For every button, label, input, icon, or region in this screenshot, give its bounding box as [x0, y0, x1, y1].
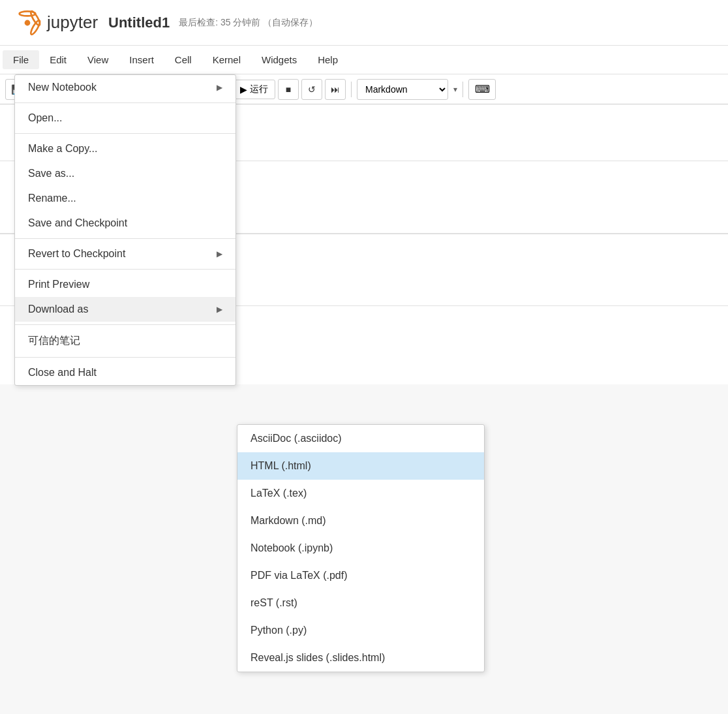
menu-edit[interactable]: Edit	[39, 50, 77, 69]
menu-trusted-notebook[interactable]: 可信的笔记	[15, 328, 235, 354]
sep-after-download	[15, 324, 235, 325]
sep-after-trusted	[15, 357, 235, 358]
download-as-arrow: ▶	[217, 305, 222, 314]
sep-after-open	[15, 133, 235, 134]
menu-widgets[interactable]: Widgets	[251, 50, 307, 69]
revert-checkpoint-label: Revert to Checkpoint	[28, 248, 125, 260]
jupyter-logo-icon	[13, 8, 42, 37]
submenu-asciidoc[interactable]: AsciiDoc (.asciidoc)	[237, 425, 484, 452]
submenu-python[interactable]: Python (.py)	[237, 617, 484, 644]
run-button[interactable]: ▶ 运行	[233, 80, 275, 99]
cell-type-arrow: ▾	[453, 85, 457, 94]
latex-label: LaTeX (.tex)	[250, 488, 307, 499]
sep-after-revert	[15, 269, 235, 270]
save-as-label: Save as...	[28, 168, 74, 179]
menu-revert-checkpoint[interactable]: Revert to Checkpoint ▶	[15, 241, 235, 266]
menu-close-halt[interactable]: Close and Halt	[15, 360, 235, 385]
autosave-info: 最后检查: 35 分钟前 （自动保存）	[179, 17, 318, 29]
menu-help[interactable]: Help	[307, 50, 348, 69]
new-notebook-arrow: ▶	[217, 83, 222, 92]
menubar: File Edit View Insert Cell Kernel Widget…	[0, 46, 728, 74]
restart-run-all-button[interactable]: ⏭	[325, 79, 346, 100]
close-halt-label: Close and Halt	[28, 367, 97, 379]
markdown-label: Markdown (.md)	[250, 515, 326, 526]
toolbar-sep-6	[463, 82, 463, 97]
svg-point-3	[25, 20, 31, 25]
menu-kernel[interactable]: Kernel	[202, 50, 251, 69]
menu-save-checkpoint[interactable]: Save and Checkpoint	[15, 211, 235, 236]
menu-download-as[interactable]: Download as ▶	[15, 297, 235, 322]
notebook-title[interactable]: Untitled1	[108, 14, 170, 31]
run-label: 运行	[250, 84, 268, 95]
sep-after-new	[15, 102, 235, 103]
keyboard-shortcuts-button[interactable]: ⌨	[468, 79, 496, 100]
menu-new-notebook[interactable]: New Notebook ▶	[15, 75, 235, 100]
submenu-pdf-latex[interactable]: PDF via LaTeX (.pdf)	[237, 562, 484, 589]
submenu-rest[interactable]: reST (.rst)	[237, 589, 484, 617]
submenu-html[interactable]: HTML (.html)	[237, 452, 484, 480]
menu-view[interactable]: View	[77, 50, 119, 69]
menu-open[interactable]: Open...	[15, 106, 235, 131]
new-notebook-label: New Notebook	[28, 82, 97, 93]
notebook-label: Notebook (.ipynb)	[250, 542, 333, 553]
open-label: Open...	[28, 112, 62, 124]
menu-print-preview[interactable]: Print Preview	[15, 272, 235, 297]
rest-label: reST (.rst)	[250, 597, 297, 608]
header: jupyter Untitled1 最后检查: 35 分钟前 （自动保存）	[0, 0, 728, 46]
file-dropdown-menu: New Notebook ▶ Open... Make a Copy... Sa…	[14, 74, 236, 386]
toolbar-sep-5	[351, 82, 352, 97]
pdf-latex-label: PDF via LaTeX (.pdf)	[250, 570, 348, 581]
rename-label: Rename...	[28, 193, 76, 204]
menu-cell[interactable]: Cell	[164, 50, 202, 69]
jupyter-wordmark: jupyter	[47, 12, 98, 33]
python-label: Python (.py)	[250, 625, 307, 636]
download-as-label: Download as	[28, 303, 89, 315]
interrupt-button[interactable]: ■	[278, 79, 299, 100]
save-checkpoint-label: Save and Checkpoint	[28, 217, 127, 229]
revert-checkpoint-arrow: ▶	[217, 249, 222, 258]
make-copy-label: Make a Copy...	[28, 143, 97, 155]
cell-type-select[interactable]: Markdown Code Raw NBConvert	[357, 79, 448, 100]
menu-make-copy[interactable]: Make a Copy...	[15, 136, 235, 161]
menu-rename[interactable]: Rename...	[15, 186, 235, 211]
menu-file[interactable]: File	[3, 50, 39, 69]
restart-button[interactable]: ↺	[301, 79, 322, 100]
download-as-submenu: AsciiDoc (.asciidoc) HTML (.html) LaTeX …	[237, 424, 485, 672]
submenu-latex[interactable]: LaTeX (.tex)	[237, 480, 484, 507]
html-label: HTML (.html)	[250, 460, 311, 471]
reveal-label: Reveal.js slides (.slides.html)	[250, 652, 385, 663]
menu-save-as[interactable]: Save as...	[15, 161, 235, 186]
menu-insert[interactable]: Insert	[119, 50, 164, 69]
run-icon: ▶	[240, 84, 247, 95]
asciidoc-label: AsciiDoc (.asciidoc)	[250, 433, 342, 444]
submenu-notebook[interactable]: Notebook (.ipynb)	[237, 535, 484, 562]
jupyter-logo: jupyter	[13, 8, 98, 37]
submenu-reveal[interactable]: Reveal.js slides (.slides.html)	[237, 644, 484, 672]
sep-after-save	[15, 238, 235, 239]
trusted-notebook-label: 可信的笔记	[28, 334, 80, 348]
print-preview-label: Print Preview	[28, 279, 89, 290]
submenu-markdown[interactable]: Markdown (.md)	[237, 507, 484, 535]
